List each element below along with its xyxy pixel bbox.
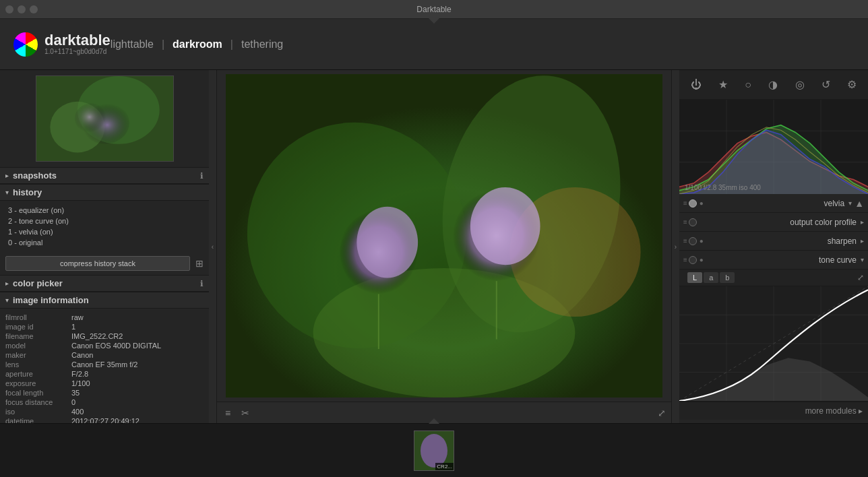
power-icon[interactable]: ⏻ xyxy=(688,76,704,94)
ocp-expand-arrow[interactable]: ▸ xyxy=(861,218,864,226)
filmstrip-top-arrow xyxy=(429,418,439,424)
tc-expand-icon[interactable]: ⤢ xyxy=(857,273,864,282)
color-icon[interactable]: ◎ xyxy=(793,75,807,94)
sharpen-label: sharpen xyxy=(705,236,857,246)
image-info-section-header[interactable]: ▾ image information xyxy=(0,292,209,309)
tc-info-dot: ● xyxy=(700,256,704,263)
ocp-power-toggle[interactable] xyxy=(689,218,697,226)
aperture-label: aperture xyxy=(5,370,66,378)
window-title: Darktable xyxy=(416,5,451,14)
compress-icon: ⊞ xyxy=(195,258,204,269)
center-bottom-toolbar: ≡ ✂ ⤢ xyxy=(217,402,671,423)
tc-tab-L[interactable]: L xyxy=(687,272,702,283)
tone-curve-tab-bar: L a b ⤢ xyxy=(679,269,868,286)
snapshots-title: snapshots xyxy=(13,170,200,181)
crop-icon[interactable]: ✂ xyxy=(239,406,252,420)
halfcircle-icon[interactable]: ◑ xyxy=(766,75,780,94)
history-item-equalizer[interactable]: 3 - equalizer (on) xyxy=(5,205,204,216)
nav-sep-1: | xyxy=(162,38,164,51)
info-row-lens: lens Canon EF 35mm f/2 xyxy=(5,360,204,369)
minimize-button[interactable] xyxy=(18,5,26,13)
exposure-label: exposure xyxy=(5,379,66,387)
tc-power-toggle[interactable] xyxy=(689,256,697,264)
imageid-label: image id xyxy=(5,323,66,331)
module-velvia[interactable]: ≡ ● velvia ▾ ▲ xyxy=(679,194,868,213)
exposure-value: 1/100 xyxy=(71,379,90,387)
left-arrow-icon: ‹ xyxy=(212,243,214,251)
tone-curve-graph[interactable] xyxy=(679,286,868,401)
velvia-label: velvia xyxy=(705,199,844,208)
module-output-color-profile[interactable]: ≡ output color profile ▸ xyxy=(679,213,868,232)
sharpen-power-toggle[interactable] xyxy=(689,237,697,245)
filmstrip: CR2... xyxy=(0,423,868,477)
image-thumbnail xyxy=(36,75,174,162)
ocp-toggle-dots: ≡ xyxy=(683,218,687,226)
star-icon[interactable]: ★ xyxy=(716,75,731,94)
navigation: lighttable | darkroom | tethering xyxy=(111,38,283,51)
velvia-info-dot: ● xyxy=(700,199,704,207)
right-panel: ⏻ ★ ○ ◑ ◎ ↺ ⚙ xyxy=(679,70,868,423)
info-row-focal: focal length 35 xyxy=(5,388,204,398)
logo-text-group: darktable 1.0+1171~gb0d0d7d xyxy=(44,33,111,55)
iso-value: 400 xyxy=(71,408,84,416)
app-name: darktable xyxy=(44,33,111,48)
nav-lighttable[interactable]: lighttable xyxy=(111,38,154,51)
history-item-tone-curve[interactable]: 2 - tone curve (on) xyxy=(5,216,204,226)
info-row-iso: iso 400 xyxy=(5,407,204,416)
velvia-power-toggle[interactable] xyxy=(689,199,697,208)
left-panel-collapse-arrow[interactable]: ‹ xyxy=(209,70,217,423)
grid-view-icon[interactable]: ≡ xyxy=(222,406,233,420)
titlebar-arrow xyxy=(429,18,439,24)
filmroll-label: filmroll xyxy=(5,313,66,321)
module-sharpen[interactable]: ≡ ● sharpen ▸ xyxy=(679,232,868,251)
svg-point-11 xyxy=(356,207,418,278)
history-section-header[interactable]: ▾ history xyxy=(0,184,209,201)
snapshots-section-header[interactable]: ▸ snapshots ℹ xyxy=(0,167,209,184)
circle-icon[interactable]: ○ xyxy=(742,76,754,94)
history-item-original[interactable]: 0 - original xyxy=(5,237,204,248)
right-panel-collapse-arrow[interactable]: › xyxy=(671,70,679,423)
nav-darkroom[interactable]: darkroom xyxy=(173,38,222,51)
velvia-expand-arrow[interactable]: ▾ xyxy=(848,199,852,207)
filename-label: filename xyxy=(5,332,66,340)
main-image-container[interactable] xyxy=(217,70,671,402)
imageid-value: 1 xyxy=(71,323,75,331)
info-row-model: model Canon EOS 400D DIGITAL xyxy=(5,341,204,350)
maximize-button[interactable] xyxy=(30,5,38,13)
more-modules-button[interactable]: more modules ▸ xyxy=(679,402,868,420)
nav-tethering[interactable]: tethering xyxy=(241,38,283,51)
tone-curve-controls: L a b ⤢ xyxy=(679,269,868,402)
tone-curve-svg xyxy=(679,286,868,401)
tc-expand-arrow[interactable]: ▾ xyxy=(861,256,864,263)
filmstrip-thumbnail[interactable]: CR2... xyxy=(414,431,454,471)
image-info-content: filmroll raw image id 1 filename IMG_252… xyxy=(0,309,209,423)
histogram-area: 1/100 f/2.8 35mm iso 400 xyxy=(679,100,868,194)
close-button[interactable] xyxy=(5,5,13,13)
tc-tab-a[interactable]: a xyxy=(704,272,718,283)
tc-toggle-dots: ≡ xyxy=(683,256,687,263)
titlebar: Darktable xyxy=(0,0,868,19)
color-picker-info-icon[interactable]: ℹ xyxy=(200,279,204,288)
snapshots-info-icon[interactable]: ℹ xyxy=(200,171,204,181)
sharpen-expand-arrow[interactable]: ▸ xyxy=(861,237,864,245)
expand-icon[interactable]: ⤢ xyxy=(658,408,666,418)
main-image-svg xyxy=(226,74,662,398)
gear-icon[interactable]: ⚙ xyxy=(844,75,859,94)
info-row-aperture: aperture F/2.8 xyxy=(5,369,204,379)
info-row-filename: filename IMG_2522.CR2 xyxy=(5,331,204,341)
app-logo: darktable 1.0+1171~gb0d0d7d xyxy=(13,32,111,57)
info-row-filmroll: filmroll raw xyxy=(5,313,204,322)
color-picker-section-header[interactable]: ▸ color picker ℹ xyxy=(0,275,209,292)
velvia-scroll-arrow[interactable]: ▲ xyxy=(855,198,864,209)
main-image xyxy=(226,74,662,398)
module-tone-curve-header[interactable]: ≡ ● tone curve ▾ xyxy=(679,251,868,269)
history-item-velvia[interactable]: 1 - velvia (on) xyxy=(5,226,204,237)
svg-point-13 xyxy=(470,187,540,265)
thumbnail-area xyxy=(0,70,209,167)
refresh-icon[interactable]: ↺ xyxy=(819,75,833,94)
sharpen-info-dot: ● xyxy=(700,237,704,245)
tc-tab-b[interactable]: b xyxy=(720,272,735,283)
model-value: Canon EOS 400D DIGITAL xyxy=(71,342,161,350)
compress-history-button[interactable]: compress history stack xyxy=(5,256,190,271)
info-row-maker: maker Canon xyxy=(5,350,204,360)
